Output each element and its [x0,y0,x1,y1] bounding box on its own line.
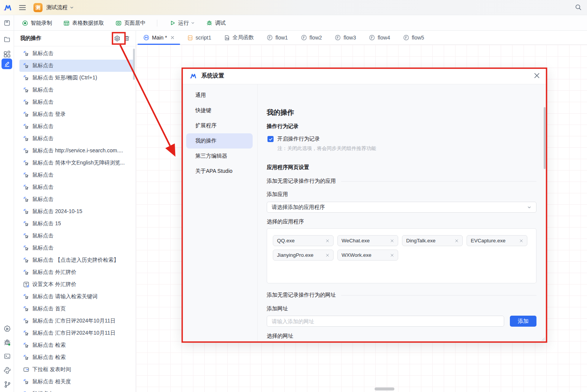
toolbar-button-label: 调试 [215,20,226,27]
dialog-title: 系统设置 [201,72,224,79]
toolbar-button[interactable]: 页面居中 [116,20,146,27]
operation-list-item[interactable]: 鼠标点击 [19,120,134,133]
menu-hamburger-icon[interactable] [19,5,26,11]
dialog-body: 通用 快捷键 扩展程序 我的操作 第三方编辑器 关于APA Studio 我的操… [182,84,547,343]
dialog-nav-item[interactable]: 扩展程序 [186,118,253,133]
toolbar-button[interactable]: 调试 [206,20,226,27]
operation-list-item[interactable]: 鼠标点击 [19,84,134,96]
save-icon[interactable] [0,15,14,31]
chip-remove-icon[interactable] [326,239,329,243]
operation-list-item[interactable]: 鼠标点击 [19,60,134,72]
record-pen-icon[interactable] [2,58,12,69]
operation-list-item[interactable]: 鼠标点击 [19,230,134,242]
operation-list-item[interactable]: 鼠标点击 15 [19,218,134,230]
editor-tab[interactable]: Main * [137,31,181,44]
toolbar-button[interactable]: 运行 [157,20,195,27]
operation-list-item[interactable]: 鼠标点击 [19,133,134,145]
operation-label: 鼠标点击 [32,62,54,69]
chip-remove-icon[interactable] [519,239,523,243]
run-hexagon-icon[interactable] [3,325,11,333]
operation-list-item[interactable]: 鼠标点击 [19,169,134,181]
operations-panel: 我的操作 鼠标点击 鼠标点击 鼠标点击 矩形/椭圆 (Ctrl+1) 鼠标点击 [14,31,136,392]
chip-remove-icon[interactable] [390,253,394,257]
operation-label: 鼠标点击 [32,135,54,142]
checkbox-label[interactable]: 开启操作行为记录 [277,136,320,142]
operation-list-item[interactable]: 鼠标点击 http://service.i-search.com.... [19,145,134,157]
chip-remove-icon[interactable] [455,239,459,243]
project-title-dropdown[interactable]: 测试流程 [46,4,74,11]
ops-scrollbar-thumb[interactable] [133,49,135,80]
operation-list-item[interactable]: 鼠标点击 相关度 [19,376,134,388]
toolbar-button[interactable]: 智能录制 [22,20,52,27]
editor-tab[interactable]: flow5 [397,31,431,44]
dialog-nav-item[interactable]: 我的操作 [186,133,253,149]
search-icon[interactable] [575,4,582,11]
operation-list-item[interactable]: 鼠标点击 【点击进入历史牌价检索】 [19,254,134,266]
dialog-nav-item[interactable]: 通用 [186,88,253,103]
operation-list-item[interactable]: 设置文本 外汇牌价 [19,278,134,291]
operation-list-item[interactable]: 鼠标点击 [19,181,134,193]
chip-remove-icon[interactable] [390,239,394,243]
editor-tab[interactable]: flow4 [362,31,397,44]
url-input[interactable] [267,316,504,327]
components-icon[interactable] [3,51,11,58]
operation-list-item[interactable]: 鼠标点击 [19,96,134,108]
operation-label: 鼠标点击 [32,99,54,106]
toolbar-button-label: 运行 [178,20,189,27]
mouse-click-icon [23,160,29,166]
app-chip: QQ.exe [273,235,334,246]
operation-list-item[interactable]: 鼠标点击 请输入检索关键词 [19,291,134,303]
settings-gear-icon[interactable] [112,33,122,43]
operation-list-item[interactable]: 鼠标点击 汇市日评2024年10月11日 [19,327,134,339]
dropdown-box-icon [23,367,29,373]
operation-list-item[interactable]: 鼠标点击 检索 [19,351,134,364]
operation-list-item[interactable]: 鼠标点击 首页 [19,303,134,315]
resize-handle[interactable] [542,338,545,341]
operation-list-item[interactable]: 下拉框 发表时间 [19,364,134,376]
editor-tab[interactable]: flow3 [328,31,362,44]
mouse-click-icon [23,354,29,360]
editor-tab[interactable]: flow1 [260,31,294,44]
add-url-button[interactable]: 添加 [510,316,536,327]
mouse-click-icon [23,306,29,312]
mouse-click-icon [23,233,29,239]
operation-list-item[interactable]: 鼠标点击 [19,47,134,60]
operation-list-item[interactable]: 鼠标点击 2024-10-15 [19,205,134,218]
chevron-down-icon[interactable] [191,21,195,25]
dialog-scrollbar-thumb[interactable] [544,107,546,169]
tab-label: Main * [152,35,167,41]
checkbox-checked[interactable] [267,136,274,142]
dialog-nav-item[interactable]: 快捷键 [186,103,253,118]
editor-tab[interactable]: flow2 [294,31,329,44]
operation-list-item[interactable]: 鼠标点击 [19,242,134,254]
git-branch-icon[interactable] [3,381,11,388]
operation-list-item[interactable]: 鼠标点击 汇市日评2024年10月11日 [19,315,134,327]
system-settings-dialog: 系统设置 通用 快捷键 扩展程序 我的操作 第三方编辑器 关于APA Studi… [182,68,547,343]
folder-icon[interactable] [3,36,11,43]
debug-bug-icon[interactable] [3,339,11,346]
toolbar-button[interactable]: 表格数据抓取 [63,20,104,27]
operation-list-item[interactable]: 鼠标点击 检索 [19,339,134,351]
operation-list-item[interactable]: 鼠标点击 外汇牌价 [19,266,134,278]
terminal-icon[interactable] [3,353,11,360]
editor-tab[interactable]: script1 [181,31,218,44]
trash-icon[interactable] [122,33,132,43]
operation-list-item[interactable]: 鼠标点击 简体中文English无障碍浏览... [19,157,134,169]
editor-tab[interactable]: 全局函数 [218,31,260,44]
operation-list-item[interactable]: 鼠标点击 矩形/椭圆 (Ctrl+1) [19,72,134,84]
app-chip: JianyingPro.exe [273,250,334,261]
operation-list-item[interactable]: 鼠标点击 [19,193,134,205]
close-icon[interactable] [533,72,540,79]
python-icon[interactable] [3,367,11,374]
chip-remove-icon[interactable] [326,253,329,257]
tab-close-icon[interactable] [171,36,174,40]
global-fn-icon [224,35,230,41]
operation-list-item[interactable]: 鼠标点击 登录 [19,108,134,120]
app-select[interactable]: 请选择添加的应用程序 [267,202,536,213]
operation-list-item[interactable]: 鼠标点击 [19,388,134,392]
canvas-hscrollbar-thumb[interactable] [375,387,394,390]
dialog-nav-item[interactable]: 关于APA Studio [186,164,253,179]
mouse-click-icon [23,342,29,348]
mouse-click-icon [23,51,29,57]
dialog-nav-item[interactable]: 第三方编辑器 [186,149,253,164]
